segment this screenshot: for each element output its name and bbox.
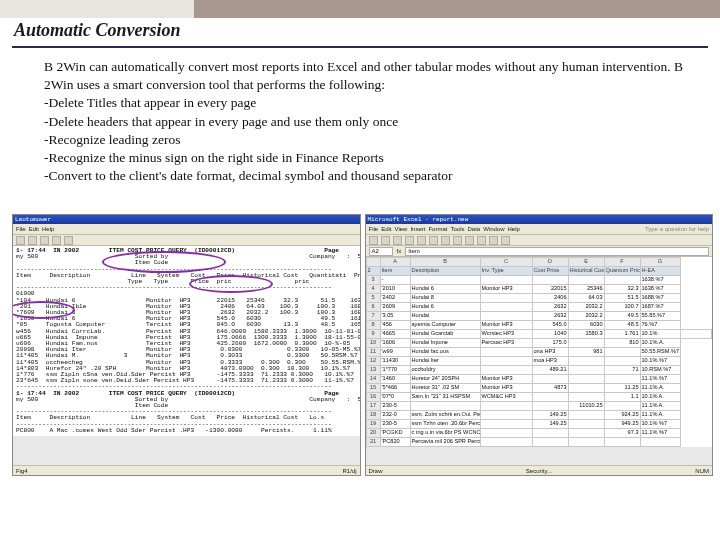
cell[interactable] [532,393,568,402]
cell[interactable] [480,303,532,312]
row-num[interactable]: 8 [366,321,380,330]
cell[interactable] [604,357,640,366]
row-num[interactable]: 10 [366,339,380,348]
cell[interactable]: '3.05 [380,312,410,321]
cell[interactable]: 22015 [532,285,568,294]
cell[interactable]: 10.1% A. [640,393,680,402]
cell[interactable]: 11.25 [604,384,640,393]
cell[interactable] [568,357,604,366]
cell[interactable]: 64.03 [568,294,604,303]
menu-data[interactable]: Data [467,226,480,232]
cell[interactable] [480,312,532,321]
table-row[interactable]: 6'2609Hundai 626322032.2100.71687.%7 [366,303,712,312]
menu-edit[interactable]: Edit [29,226,39,232]
cell[interactable]: '230-5 [380,420,410,429]
cell[interactable]: Hundai 6 [410,285,480,294]
toolbar-icon[interactable] [16,236,25,245]
cell[interactable]: Monitor HP3 [480,384,532,393]
status-security[interactable]: Security... [526,468,552,474]
undo-icon[interactable] [453,236,462,245]
row-num[interactable]: 17 [366,402,380,411]
cell[interactable] [532,276,568,285]
cell[interactable]: 1688.%7 [640,294,680,303]
cell[interactable]: ssm Tzhn oten .20.6br Percist HP3 [410,420,480,429]
sort-az-icon[interactable] [477,236,486,245]
cell[interactable]: Huretor 24" 20SPH [410,375,480,384]
col-letter[interactable]: F [604,258,640,267]
row-num[interactable]: 5 [366,294,380,303]
menu-file[interactable]: File [16,226,26,232]
cell[interactable]: 545.0 [532,321,568,330]
cell[interactable]: 1580.3 [568,330,604,339]
toolbar-icon[interactable] [40,236,49,245]
cell[interactable]: Hundai 8 [410,294,480,303]
col-letter[interactable]: C [480,258,532,267]
cell[interactable] [480,438,532,447]
cell[interactable] [604,375,640,384]
cell[interactable]: 949.25 [604,420,640,429]
cell[interactable]: 10.RSM.%7 [640,366,680,375]
cell[interactable]: moa HP3 [532,357,568,366]
cell[interactable]: c tng u.in via.6br PS WCNCS. HP3 [410,429,480,438]
table-row[interactable]: 12'11430Hundai Itermoa HP310.1%.%7 [366,357,712,366]
cell[interactable]: 981 [568,348,604,357]
cell[interactable]: 1638.%7 [640,285,680,294]
cell[interactable]: '1*770 [380,366,410,375]
cell[interactable] [604,276,640,285]
cell[interactable]: 55.85.%7 [640,312,680,321]
table-row[interactable]: 21'PC820Percavia mil 206 SPR Percsw. a03 [366,438,712,447]
table-row[interactable]: 9'4665Hundai GcarctabWcrstec HP310401580… [366,330,712,339]
cell[interactable]: 50.55.RSM.%7 [640,348,680,357]
cell[interactable]: 4873 [532,384,568,393]
cell[interactable]: 10.1%.%7 [640,357,680,366]
cell[interactable]: 32.3 [604,285,640,294]
cell[interactable] [568,276,604,285]
cell[interactable] [410,276,480,285]
cell[interactable]: 11010.25 [568,402,604,411]
col-letter[interactable]: G [640,258,680,267]
col-letter[interactable]: B [410,258,480,267]
cell[interactable]: 924.25 [604,411,640,420]
cell[interactable]: '230-5 [380,402,410,411]
table-row[interactable]: 17'230-511010.2511.1% A. [366,402,712,411]
cell[interactable]: 2632 [532,312,568,321]
cell[interactable] [568,393,604,402]
cell[interactable] [568,420,604,429]
cell[interactable]: Hundai Gcarctab [410,330,480,339]
cell[interactable] [604,438,640,447]
cell[interactable]: Hundai [410,312,480,321]
print-icon[interactable] [405,236,414,245]
row-num[interactable]: 12 [366,357,380,366]
header-cell[interactable]: H-EA [640,267,680,276]
toolbar-icon[interactable] [52,236,61,245]
cell[interactable]: 49.5 [604,312,640,321]
table-row[interactable]: 5'2402Hundai 8240664.0351.51688.%7 [366,294,712,303]
col-letter[interactable] [366,258,380,267]
cell[interactable]: '1460 [380,375,410,384]
cell[interactable]: 97.3 [604,429,640,438]
fx-icon[interactable]: fx [397,248,402,254]
cell[interactable]: - [380,276,410,285]
cell[interactable] [568,429,604,438]
row-num[interactable]: 21 [366,438,380,447]
cell[interactable]: '11430 [380,357,410,366]
cell[interactable]: Huretor 31" .02 SM [410,384,480,393]
new-icon[interactable] [369,236,378,245]
cell[interactable]: 1638.%7 [640,276,680,285]
cell[interactable]: 2406 [532,294,568,303]
table-row[interactable]: 10'1606Hundai InpunePercsac HP3175.08101… [366,339,712,348]
table-row[interactable]: 16'07*0Sam.In "21" 31 HSPSMWCM&C HP31.11… [366,393,712,402]
cell[interactable]: Monitor HP3 [480,321,532,330]
cell[interactable]: Percsac HP3 [480,339,532,348]
cell[interactable] [568,438,604,447]
cell[interactable]: Monitor HP3 [480,375,532,384]
table-row[interactable]: 19'230-5ssm Tzhn oten .20.6br Percist HP… [366,420,712,429]
cell[interactable]: '5*466 [380,384,410,393]
menu-window[interactable]: Window [483,226,504,232]
cell[interactable]: 100.7 [604,303,640,312]
row-num[interactable]: 20 [366,429,380,438]
cell[interactable]: Hundai Iter [410,357,480,366]
cell[interactable] [480,357,532,366]
cell[interactable]: 149.25 [532,411,568,420]
cell[interactable]: Monitor HP3 [480,285,532,294]
